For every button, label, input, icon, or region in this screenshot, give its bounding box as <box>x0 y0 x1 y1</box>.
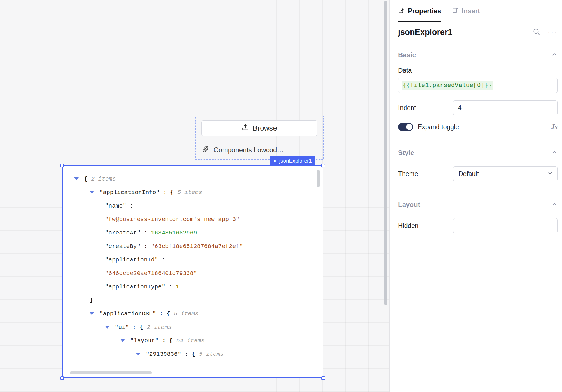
json-tree-row: "applicationId" : <box>63 253 323 266</box>
theme-select-value: Default <box>458 170 479 178</box>
indent-input[interactable] <box>453 100 558 115</box>
hidden-input[interactable] <box>453 218 558 233</box>
json-token-key: "name" <box>105 203 126 209</box>
collapse-triangle-icon[interactable] <box>74 177 79 180</box>
paperclip-icon <box>202 146 209 154</box>
json-tree: {2 items"applicationInfo" : {5 items"nam… <box>63 166 323 361</box>
json-token-brace: { <box>192 351 195 357</box>
json-token-punct: : <box>159 189 170 196</box>
uploaded-file-name: Components Lowcod… <box>214 146 284 154</box>
collapse-triangle-icon[interactable] <box>105 326 109 329</box>
json-horizontal-scrollbar[interactable] <box>70 371 152 374</box>
json-token-key: "29139836" <box>146 351 181 357</box>
tab-insert[interactable]: Insert <box>452 0 480 22</box>
json-tree-row: "29139836" : {5 items <box>63 347 323 361</box>
json-token-brace: { <box>170 189 174 196</box>
collapse-triangle-icon[interactable] <box>90 312 94 315</box>
chevron-down-icon <box>547 170 553 177</box>
file-upload-component[interactable]: Browse Components Lowcod… <box>195 116 324 160</box>
section-basic-header[interactable]: Basic <box>398 51 558 59</box>
expand-toggle-label: Expand toggle <box>418 123 459 131</box>
json-token-punct: : <box>129 324 140 331</box>
json-token-key: "createAt" <box>105 230 140 236</box>
browse-button-label: Browse <box>253 124 277 133</box>
json-tree-row: } <box>63 293 323 307</box>
drag-handle-icon[interactable]: ⠿ <box>273 159 277 163</box>
resize-handle-top-right[interactable] <box>321 164 325 167</box>
divider <box>398 43 558 43</box>
json-token-string: "fw@business-inventor.com's new app 3" <box>105 216 239 223</box>
json-token-string: "63cbf18e651287684a7ef2ef" <box>151 243 243 250</box>
panel-tabs: Properties Insert <box>398 0 558 22</box>
json-token-items: 2 items <box>147 324 172 331</box>
collapse-triangle-icon[interactable] <box>136 353 140 355</box>
tab-properties[interactable]: Properties <box>398 0 441 22</box>
section-layout-header[interactable]: Layout <box>398 201 558 209</box>
expand-toggle-row: Expand toggle Js <box>398 123 558 131</box>
json-token-items: 5 items <box>174 311 198 317</box>
hidden-field-row: Hidden <box>398 218 558 233</box>
hidden-field-label: Hidden <box>398 222 419 230</box>
canvas-scrollbar[interactable] <box>384 1 387 305</box>
json-token-brace: { <box>166 311 170 317</box>
divider <box>398 193 558 193</box>
json-token-punct: : <box>181 351 192 357</box>
expand-toggle-switch[interactable] <box>398 123 413 131</box>
data-input[interactable]: {{file1.parsedValue[0]}} <box>398 78 558 93</box>
json-tree-row: "createAt" : 1684851682969 <box>63 226 323 240</box>
expression-body: file1.parsedValue[0] <box>410 82 484 89</box>
json-token-brace: } <box>90 297 93 304</box>
properties-icon <box>398 7 405 15</box>
component-title: jsonExplorer1 <box>398 28 452 37</box>
json-token-punct: : <box>159 338 169 344</box>
editor-canvas[interactable]: Browse Components Lowcod… ⠿ jsonExplorer… <box>0 0 389 392</box>
json-token-key: "applicationType" <box>105 284 165 290</box>
json-token-punct: : <box>126 203 133 209</box>
section-basic-title: Basic <box>398 51 416 59</box>
tab-insert-label: Insert <box>462 7 480 15</box>
json-token-items: 2 items <box>91 176 116 182</box>
expression-close-braces: }} <box>484 82 492 89</box>
uploaded-file-item[interactable]: Components Lowcod… <box>202 144 284 156</box>
section-style-title: Style <box>398 149 414 157</box>
upload-icon <box>242 124 249 133</box>
json-tree-row: "applicationDSL" : {5 items <box>63 307 323 320</box>
properties-panel: Properties Insert jsonExplorer1 ··· Basi… <box>389 0 562 392</box>
resize-handle-bottom-left[interactable] <box>60 376 64 380</box>
search-icon[interactable] <box>533 28 540 37</box>
chevron-up-icon[interactable] <box>551 201 558 208</box>
json-token-int: 1 <box>176 284 179 290</box>
indent-field-label: Indent <box>398 104 416 112</box>
js-toggle-icon[interactable]: Js <box>551 123 558 131</box>
component-name-tag[interactable]: ⠿ jsonExplorer1 <box>270 156 315 165</box>
json-token-key: "ui" <box>115 324 129 331</box>
chevron-up-icon[interactable] <box>551 149 558 156</box>
json-tree-row: "applicationInfo" : {5 items <box>63 186 323 199</box>
json-token-punct: : <box>156 311 167 317</box>
section-style-header[interactable]: Style <box>398 149 558 157</box>
component-tag-label: jsonExplorer1 <box>279 158 312 164</box>
json-tree-row: "646ccbe20ae7186401c79338" <box>63 266 323 280</box>
app-root: Browse Components Lowcod… ⠿ jsonExplorer… <box>0 0 562 392</box>
json-tree-row: "createBy" : "63cbf18e651287684a7ef2ef" <box>63 240 323 253</box>
json-token-string: "646ccbe20ae7186401c79338" <box>105 270 197 277</box>
json-token-key: "applicationId" <box>105 257 158 263</box>
theme-select[interactable]: Default <box>453 166 558 181</box>
browse-button[interactable]: Browse <box>201 120 317 136</box>
json-token-punct: : <box>140 243 151 250</box>
indent-field-row: Indent <box>398 100 558 115</box>
resize-handle-bottom-right[interactable] <box>321 376 325 380</box>
json-token-items: 5 items <box>199 351 223 357</box>
json-token-key: "applicationDSL" <box>99 311 156 317</box>
chevron-up-icon[interactable] <box>551 51 558 59</box>
section-layout-title: Layout <box>398 201 420 209</box>
json-explorer-component[interactable]: {2 items"applicationInfo" : {5 items"nam… <box>62 165 323 378</box>
json-vertical-scrollbar[interactable] <box>317 170 320 187</box>
json-token-key: "applicationInfo" <box>99 189 159 196</box>
collapse-triangle-icon[interactable] <box>90 191 94 194</box>
more-options-icon[interactable]: ··· <box>547 28 558 37</box>
resize-handle-top-left[interactable] <box>60 164 64 167</box>
json-token-items: 54 items <box>176 338 205 344</box>
json-tree-row: "fw@business-inventor.com's new app 3" <box>63 213 323 226</box>
collapse-triangle-icon[interactable] <box>120 339 125 342</box>
